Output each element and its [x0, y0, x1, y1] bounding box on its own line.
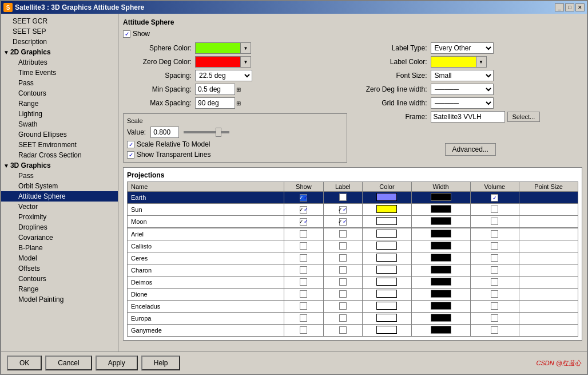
- table-row[interactable]: Callisto: [128, 240, 578, 252]
- sidebar-item-covariance[interactable]: Covariance: [1, 232, 118, 243]
- show-check[interactable]: [300, 230, 307, 238]
- color-swatch[interactable]: [376, 242, 397, 250]
- table-row[interactable]: Ariel: [128, 228, 578, 240]
- row-show[interactable]: [284, 313, 324, 325]
- label-check[interactable]: [339, 230, 347, 238]
- cancel-button[interactable]: Cancel: [45, 356, 92, 370]
- frame-input[interactable]: [431, 111, 505, 123]
- grid-line-select[interactable]: ───── ──────: [431, 97, 494, 109]
- row-color[interactable]: [363, 204, 412, 216]
- ok-button[interactable]: OK: [7, 356, 42, 370]
- scale-slider[interactable]: [184, 131, 229, 133]
- row-label[interactable]: [323, 228, 363, 240]
- label-check[interactable]: [339, 266, 347, 274]
- show-check[interactable]: [300, 242, 307, 250]
- color-swatch[interactable]: [376, 193, 397, 201]
- sidebar-item-swath[interactable]: Swath: [1, 119, 118, 129]
- table-row[interactable]: Earth ✓: [128, 192, 578, 204]
- row-label[interactable]: ✓: [323, 216, 363, 228]
- table-row[interactable]: Europa: [128, 313, 578, 325]
- row-label[interactable]: [323, 313, 363, 325]
- spacing-select[interactable]: 22.5 deg 45 deg 90 deg: [195, 70, 252, 81]
- show-checkbox[interactable]: [123, 30, 130, 38]
- label-check[interactable]: [339, 194, 347, 201]
- row-color[interactable]: [363, 252, 412, 265]
- width-swatch[interactable]: [431, 254, 451, 262]
- width-swatch[interactable]: [431, 302, 451, 310]
- select-button[interactable]: Select...: [507, 112, 541, 122]
- row-volume[interactable]: [470, 252, 519, 265]
- row-width[interactable]: [411, 204, 470, 216]
- row-color[interactable]: [363, 192, 412, 204]
- label-check[interactable]: [339, 290, 347, 298]
- label-check[interactable]: [339, 242, 347, 250]
- label-check[interactable]: [339, 326, 347, 334]
- row-volume[interactable]: [470, 204, 519, 216]
- scale-relative-checkbox[interactable]: [127, 141, 134, 148]
- width-swatch[interactable]: [431, 314, 451, 322]
- table-row[interactable]: Sun ✓ ✓: [128, 204, 578, 216]
- sidebar-item-lighting[interactable]: Lighting: [1, 109, 118, 119]
- label-check[interactable]: ✓: [339, 206, 347, 214]
- table-row[interactable]: Charon: [128, 265, 578, 277]
- label-type-select[interactable]: Every Other All None: [431, 42, 494, 54]
- width-swatch[interactable]: [431, 278, 451, 286]
- row-color[interactable]: [363, 277, 412, 289]
- volume-check[interactable]: [491, 290, 498, 298]
- sidebar-item-proximity[interactable]: Proximity: [1, 212, 118, 222]
- sidebar-item-contours[interactable]: Contours: [1, 88, 118, 98]
- label-check[interactable]: [339, 278, 347, 286]
- row-show[interactable]: [284, 325, 324, 337]
- sidebar-item-vector[interactable]: Vector: [1, 202, 118, 212]
- table-row[interactable]: Ganymede: [128, 325, 578, 337]
- label-check[interactable]: [339, 314, 347, 322]
- row-width[interactable]: [411, 216, 470, 228]
- volume-check[interactable]: [491, 266, 498, 274]
- color-swatch[interactable]: [376, 254, 397, 262]
- label-check[interactable]: ✓: [339, 218, 347, 226]
- sidebar-item-pass[interactable]: Pass: [1, 78, 118, 88]
- sidebar-item-range-3d[interactable]: Range: [1, 284, 118, 294]
- label-color-arrow[interactable]: ▼: [476, 56, 487, 68]
- show-transparent-checkbox[interactable]: [127, 151, 134, 159]
- row-label[interactable]: [323, 240, 363, 252]
- zero-deg-color-arrow[interactable]: ▼: [241, 56, 251, 68]
- show-check[interactable]: [300, 326, 307, 334]
- max-spacing-input[interactable]: [195, 97, 235, 109]
- row-volume[interactable]: [470, 265, 519, 277]
- advanced-button[interactable]: Advanced...: [445, 143, 496, 156]
- row-width[interactable]: [411, 313, 470, 325]
- volume-check[interactable]: [491, 302, 498, 310]
- row-width[interactable]: [411, 265, 470, 277]
- row-show[interactable]: ✓: [284, 204, 324, 216]
- sphere-color-btn[interactable]: [195, 42, 241, 54]
- row-color[interactable]: [363, 289, 412, 301]
- row-volume[interactable]: [470, 277, 519, 289]
- sidebar-item-offsets[interactable]: Offsets: [1, 263, 118, 274]
- minimize-button[interactable]: _: [555, 3, 564, 11]
- table-row[interactable]: Moon ✓ ✓: [128, 216, 578, 228]
- row-width[interactable]: [411, 240, 470, 252]
- sidebar-item-ground-ellipses[interactable]: Ground Ellipses: [1, 129, 118, 140]
- help-button[interactable]: Help: [141, 356, 181, 370]
- apply-button[interactable]: Apply: [96, 356, 138, 370]
- row-show[interactable]: [284, 277, 324, 289]
- close-button[interactable]: ✕: [575, 3, 585, 11]
- width-swatch[interactable]: [431, 230, 451, 238]
- table-row[interactable]: Deimos: [128, 277, 578, 289]
- table-row[interactable]: Enceladus: [128, 301, 578, 313]
- row-label[interactable]: [323, 192, 363, 204]
- sidebar-item-contours-3d[interactable]: Contours: [1, 274, 118, 284]
- row-width[interactable]: [411, 252, 470, 265]
- zero-deg-color-btn[interactable]: [195, 56, 241, 68]
- min-spacing-input[interactable]: [195, 84, 235, 95]
- row-volume[interactable]: [470, 216, 519, 228]
- row-volume[interactable]: [470, 313, 519, 325]
- color-swatch[interactable]: [376, 205, 397, 213]
- row-color[interactable]: [363, 325, 412, 337]
- row-width[interactable]: [411, 301, 470, 313]
- sidebar-item-orbit-system[interactable]: Orbit System: [1, 181, 118, 191]
- color-swatch[interactable]: [376, 230, 397, 238]
- label-check[interactable]: [339, 254, 347, 262]
- row-label[interactable]: [323, 325, 363, 337]
